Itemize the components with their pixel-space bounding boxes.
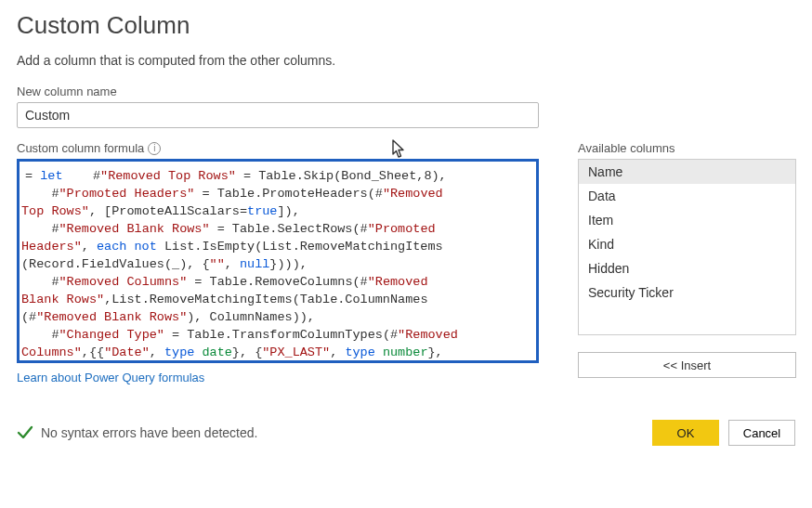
formula-editor[interactable]: = let #"Removed Top Rows" = Table.Skip(B… — [17, 159, 539, 363]
new-column-name-label: New column name — [17, 85, 795, 98]
list-item[interactable]: Item — [579, 208, 795, 232]
cursor-icon — [392, 139, 407, 160]
formula-label: Custom column formula — [17, 141, 144, 155]
available-columns-list[interactable]: NameDataItemKindHiddenSecurity Ticker — [578, 159, 796, 335]
ok-button[interactable]: OK — [652, 420, 719, 446]
new-column-name-input[interactable] — [17, 102, 539, 128]
insert-button[interactable]: << Insert — [578, 352, 796, 378]
status-text: No syntax errors have been detected. — [41, 425, 257, 440]
dialog-title: Custom Column — [17, 11, 795, 40]
learn-link[interactable]: Learn about Power Query formulas — [17, 371, 204, 384]
info-icon[interactable]: i — [148, 142, 161, 155]
available-columns-label: Available columns — [578, 141, 796, 155]
list-item[interactable]: Data — [579, 184, 795, 208]
list-item[interactable]: Kind — [579, 232, 795, 256]
cancel-button[interactable]: Cancel — [728, 420, 795, 446]
list-item[interactable]: Hidden — [579, 256, 795, 280]
list-item[interactable]: Name — [579, 160, 795, 184]
check-icon — [17, 424, 33, 441]
list-item[interactable]: Security Ticker — [579, 280, 795, 305]
dialog-subtitle: Add a column that is computed from the o… — [17, 53, 795, 68]
